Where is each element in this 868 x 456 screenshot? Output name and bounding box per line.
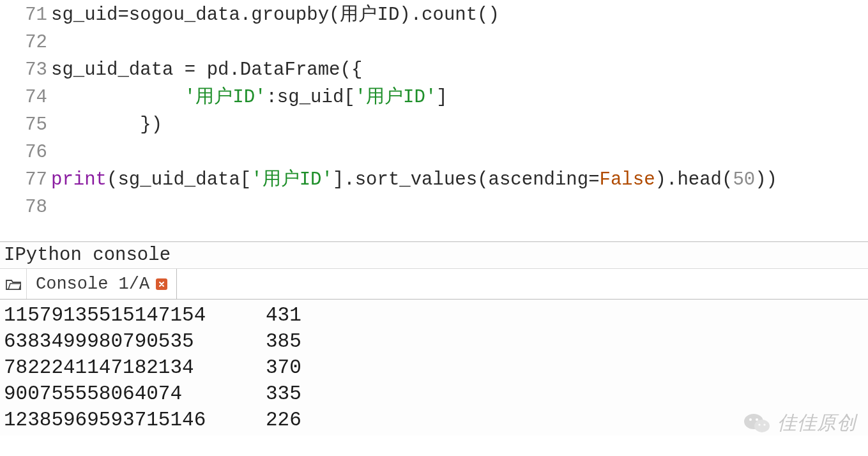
output-key: 6383499980790535 — [4, 328, 266, 354]
wechat-icon — [743, 409, 771, 437]
code-text[interactable]: sg_uid=sogou_data.groupby(用户ID).count() — [51, 1, 499, 29]
output-key: 900755558064074 — [4, 381, 266, 407]
ipython-console-panel: IPython console Console 1/A 115791355151… — [0, 241, 868, 436]
output-key: 11579135515147154 — [4, 302, 266, 328]
code-line[interactable]: 76 — [0, 139, 868, 166]
code-line[interactable]: 78 — [0, 194, 868, 221]
svg-point-1 — [754, 420, 770, 432]
code-text[interactable]: sg_uid_data = pd.DataFrame({ — [51, 56, 362, 84]
code-token: sg_uid_data — [51, 59, 185, 80]
svg-point-3 — [756, 418, 758, 421]
code-token: ).head( — [655, 169, 733, 190]
output-value: 385 — [266, 328, 301, 354]
line-number: 71 — [0, 1, 51, 29]
code-token: '用户ID' — [185, 87, 266, 108]
browse-tabs-button[interactable] — [0, 269, 27, 299]
code-line[interactable]: 71sg_uid=sogou_data.groupby(用户ID).count(… — [0, 1, 868, 29]
line-number: 78 — [0, 194, 51, 221]
code-token: 50 — [733, 169, 755, 190]
close-icon — [158, 281, 165, 287]
svg-point-2 — [749, 418, 752, 421]
code-token: (sg_uid_data[ — [107, 169, 251, 190]
code-token: sg_uid — [51, 4, 118, 26]
code-text[interactable]: }) — [51, 111, 162, 139]
code-token: )) — [755, 169, 777, 190]
code-line[interactable]: 77print(sg_uid_data['用户ID'].sort_values(… — [0, 166, 868, 194]
line-number: 76 — [0, 139, 51, 166]
code-token: }) — [51, 114, 162, 135]
console-tab-bar: Console 1/A — [0, 269, 868, 300]
console-tab[interactable]: Console 1/A — [27, 269, 177, 299]
code-line[interactable]: 74 '用户ID':sg_uid['用户ID'] — [0, 84, 868, 111]
svg-point-5 — [763, 423, 765, 425]
code-token: ].sort_values(ascending — [333, 169, 588, 190]
svg-point-4 — [758, 423, 760, 425]
line-number: 77 — [0, 166, 51, 194]
output-row: 11579135515147154431 — [4, 302, 864, 328]
output-row: 6383499980790535385 — [4, 328, 864, 354]
output-value: 431 — [266, 302, 301, 328]
code-token: ] — [436, 87, 447, 108]
folder-icon — [6, 278, 21, 291]
code-line[interactable]: 72 — [0, 29, 868, 56]
code-token: print — [51, 169, 107, 190]
code-token — [51, 87, 185, 108]
code-text[interactable]: print(sg_uid_data['用户ID'].sort_values(as… — [51, 166, 777, 194]
code-token: = — [588, 169, 599, 190]
output-row: 900755558064074335 — [4, 381, 864, 407]
code-editor[interactable]: 71sg_uid=sogou_data.groupby(用户ID).count(… — [0, 0, 868, 221]
code-token: '用户ID' — [355, 87, 437, 108]
code-token: '用户ID' — [251, 169, 333, 190]
code-token: sogou_data.groupby(用户ID).count() — [129, 4, 499, 26]
console-tab-label: Console 1/A — [36, 275, 149, 294]
output-row: 12385969593715146226 — [4, 407, 864, 433]
code-token: = — [118, 4, 128, 26]
output-row: 7822241147182134370 — [4, 354, 864, 381]
output-value: 335 — [266, 381, 301, 407]
code-token: pd.DataFrame({ — [195, 59, 362, 80]
output-value: 226 — [266, 407, 301, 433]
code-line[interactable]: 73sg_uid_data = pd.DataFrame({ — [0, 56, 868, 84]
output-value: 370 — [266, 354, 301, 381]
console-output[interactable]: 1157913551514715443163834999807905353857… — [0, 300, 868, 436]
code-token: = — [185, 59, 195, 80]
pane-gap — [0, 221, 868, 241]
code-token: :sg_uid[ — [266, 87, 354, 108]
watermark: 佳佳原创 — [743, 409, 857, 437]
code-text[interactable]: '用户ID':sg_uid['用户ID'] — [51, 84, 448, 111]
line-number: 73 — [0, 56, 51, 84]
line-number: 75 — [0, 111, 51, 139]
output-key: 12385969593715146 — [4, 407, 266, 433]
watermark-text: 佳佳原创 — [777, 410, 857, 436]
code-token: False — [600, 169, 655, 190]
close-tab-button[interactable] — [156, 278, 167, 290]
code-line[interactable]: 75 }) — [0, 111, 868, 139]
output-key: 7822241147182134 — [4, 354, 266, 381]
line-number: 74 — [0, 84, 51, 111]
console-panel-title: IPython console — [0, 242, 868, 269]
line-number: 72 — [0, 29, 51, 56]
